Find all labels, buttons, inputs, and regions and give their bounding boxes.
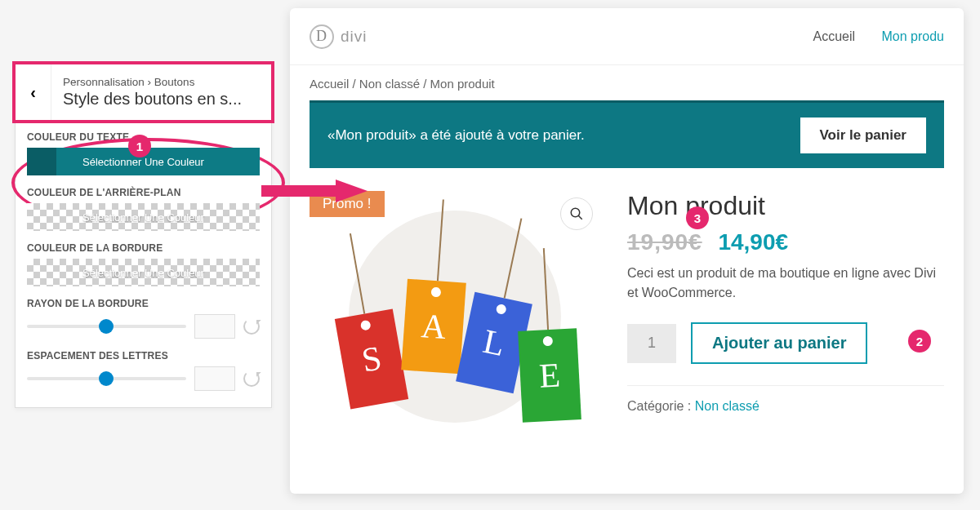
view-cart-button[interactable]: Voir le panier: [800, 118, 926, 153]
product-title: Mon produit: [627, 191, 944, 221]
slider-handle[interactable]: [99, 371, 114, 386]
product-description: Ceci est un produit de ma boutique en li…: [627, 264, 944, 303]
back-button[interactable]: ‹: [16, 64, 51, 120]
category-link[interactable]: Non classé: [695, 399, 760, 413]
select-border-color[interactable]: Sélectionner Une Couleur: [27, 259, 260, 286]
category-row: Catégorie : Non classé: [627, 385, 944, 414]
main-nav: Accueil Mon produ: [790, 29, 944, 44]
product-info: Mon produit 19,90€ 14,90€ Ceci est un pr…: [627, 191, 944, 452]
price: 19,90€ 14,90€: [627, 229, 944, 255]
product-section: Promo ! S A L E Mon produit 19,90€ 14,90…: [290, 168, 964, 452]
preview-frame: D divi Accueil Mon produ Accueil / Non c…: [290, 8, 964, 494]
quantity-input[interactable]: [627, 324, 676, 363]
breadcrumb: Personnalisation Boutons: [63, 76, 260, 88]
swatch-icon: [27, 148, 56, 175]
logo: D divi: [310, 24, 368, 49]
breadcrumb-trail: Accueil / Non classé / Mon produit: [290, 65, 964, 100]
slider-handle[interactable]: [99, 319, 114, 334]
logo-icon: D: [310, 24, 334, 49]
callout-badge-3: 3: [686, 206, 709, 229]
notice-text: «Mon produit» a été ajouté à votre panie…: [327, 127, 585, 144]
spacing-input[interactable]: [194, 366, 235, 391]
nav-home[interactable]: Accueil: [813, 29, 855, 43]
reset-icon[interactable]: [243, 370, 260, 387]
panel-title: Style des boutons en s...: [63, 90, 260, 109]
spacing-slider[interactable]: [27, 377, 186, 380]
callout-badge-1: 1: [128, 135, 151, 157]
site-header: D divi Accueil Mon produ: [290, 8, 964, 65]
radius-slider[interactable]: [27, 325, 186, 328]
sale-illustration: S A L E: [310, 191, 599, 452]
nav-product[interactable]: Mon produ: [882, 29, 945, 43]
cart-notice: «Mon produit» a été ajouté à votre panie…: [310, 100, 944, 168]
customizer-panel: ‹ Personnalisation Boutons Style des bou…: [15, 64, 272, 408]
price-new: 14,90€: [718, 229, 788, 255]
reset-icon[interactable]: [243, 318, 260, 335]
label-spacing: ESPACEMENT DES LETTRES: [27, 350, 260, 361]
label-border-color: COULEUR DE LA BORDURE: [27, 242, 260, 254]
select-bg-color[interactable]: Sélectionner Une Couleur: [27, 203, 260, 231]
add-to-cart-row: Ajouter au panier: [627, 322, 944, 364]
product-image: Promo ! S A L E: [310, 191, 599, 452]
label-bg-color: COULEUR DE L'ARRIÈRE-PLAN: [27, 187, 260, 198]
panel-header: ‹ Personnalisation Boutons Style des bou…: [12, 61, 274, 123]
price-old: 19,90€: [627, 229, 702, 255]
label-radius: RAYON DE LA BORDURE: [27, 298, 260, 309]
radius-input[interactable]: [194, 314, 235, 339]
add-to-cart-button[interactable]: Ajouter au panier: [691, 322, 867, 364]
callout-badge-2: 2: [908, 330, 931, 353]
